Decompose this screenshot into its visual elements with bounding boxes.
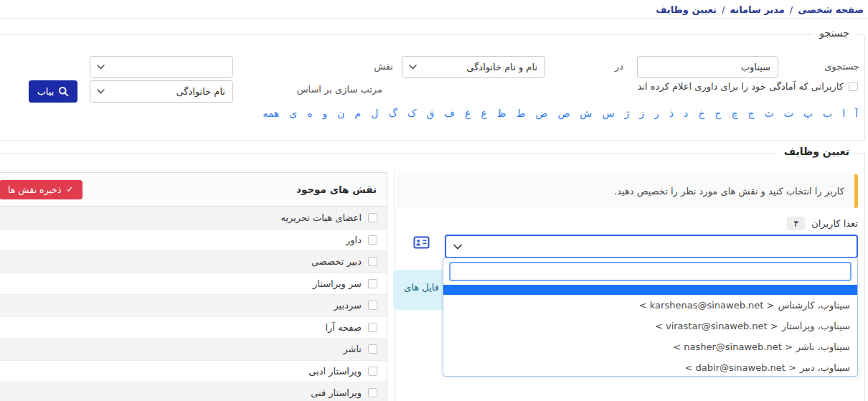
search-field-select[interactable]: نام و نام خانوادگی xyxy=(402,56,545,78)
alphabet-letter[interactable]: غ xyxy=(465,108,471,119)
dropdown-search-input[interactable] xyxy=(449,262,852,281)
alphabet-letter[interactable]: م xyxy=(355,108,362,119)
alphabet-letter[interactable]: ا xyxy=(842,108,845,119)
alphabet-letter[interactable]: ف xyxy=(444,108,455,119)
alphabet-letter[interactable]: ی xyxy=(289,108,297,119)
alphabet-letter[interactable]: آ xyxy=(855,108,858,119)
user-option[interactable]: سیناوب، ویراستار < virastar@sinaweb.net … xyxy=(443,316,857,336)
alphabet-letter[interactable]: خ xyxy=(698,108,704,119)
role-checkbox[interactable] xyxy=(368,301,377,310)
role-row[interactable]: ویراستار ادبی xyxy=(0,360,387,382)
assign-tasks-page: صفحه شخصی/ مدیر سامانه/ تعیین وظایف/ جست… xyxy=(0,0,868,401)
alphabet-letter[interactable]: ه xyxy=(307,108,312,119)
role-filter-label: نقش xyxy=(374,61,393,72)
alphabet-letter[interactable]: ن xyxy=(337,108,344,119)
alphabet-letter[interactable]: ت xyxy=(784,108,793,119)
role-checkbox[interactable] xyxy=(368,235,377,245)
role-label: ناشر xyxy=(343,344,362,354)
dropdown-selected-empty-option[interactable] xyxy=(443,285,857,295)
role-checkbox[interactable] xyxy=(368,323,377,332)
role-label: اعضای هیات تحریریه xyxy=(280,212,362,223)
user-option[interactable]: سیناوب، ناشر < nasher@sinaweb.net > xyxy=(443,336,857,357)
alphabet-filter: آابپتثجچحخدذرزژسشصضطظعغفقکگلمنوهیهمه xyxy=(263,108,858,119)
role-checkbox[interactable] xyxy=(368,257,377,266)
save-roles-button[interactable]: ✓ ذخیره نقش ها xyxy=(0,180,82,199)
reviewer-ready-checkbox[interactable] xyxy=(849,82,858,91)
role-checkbox[interactable] xyxy=(368,279,377,288)
user-option-email: < karshenas@sinaweb.net > xyxy=(639,300,775,311)
user-option[interactable]: سیناوب، کارشناس < karshenas@sinaweb.net … xyxy=(443,295,857,316)
alphabet-letter[interactable]: ذ xyxy=(669,108,674,119)
alphabet-letter[interactable]: ض xyxy=(535,108,547,119)
role-row[interactable]: اعضای هیات تحریریه xyxy=(0,207,387,229)
hint-alert-text: کاربر را انتخاب کنید و نقش های مورد نظر … xyxy=(614,186,844,197)
role-row[interactable]: سر ویراستار xyxy=(0,273,387,295)
alphabet-letter[interactable]: گ xyxy=(388,108,397,119)
breadcrumb-separator: / xyxy=(790,4,793,15)
alphabet-letter[interactable]: ژ xyxy=(625,108,630,119)
role-row[interactable]: دبیر تخصصی xyxy=(0,250,387,273)
alphabet-letter[interactable]: ل xyxy=(371,108,378,119)
role-checkbox[interactable] xyxy=(368,213,377,222)
alphabet-letter[interactable]: ج xyxy=(747,108,754,119)
user-option-name: سیناوب، ویراستار xyxy=(782,321,850,331)
alphabet-letter[interactable]: ع xyxy=(481,108,486,119)
user-option-email: < nasher@sinaweb.net > xyxy=(673,341,793,352)
alphabet-letter[interactable]: ث xyxy=(764,108,773,119)
breadcrumb-link[interactable]: مدیر سامانه xyxy=(730,4,784,15)
alphabet-letter[interactable]: ح xyxy=(714,108,721,119)
alphabet-letter[interactable]: همه xyxy=(263,108,279,119)
role-filter-select[interactable] xyxy=(90,56,233,78)
sort-by-select-value: نام خانوادگی xyxy=(111,86,232,97)
user-option-name: سیناوب، کارشناس xyxy=(778,300,850,311)
user-dropdown-panel: سیناوب، کارشناس < karshenas@sinaweb.net … xyxy=(443,258,858,377)
alphabet-letter[interactable]: ک xyxy=(407,108,417,119)
alphabet-letter[interactable]: چ xyxy=(731,108,737,119)
role-label: ویراستار ادبی xyxy=(308,366,362,377)
alphabet-letter[interactable]: ب xyxy=(823,108,832,119)
user-option[interactable]: سیناوب، دبیر < dabir@sinaweb.net > xyxy=(443,357,857,377)
user-options-list: سیناوب، کارشناس < karshenas@sinaweb.net … xyxy=(443,295,857,377)
role-row[interactable]: ناشر xyxy=(0,338,387,360)
role-row[interactable]: صفحه آرا xyxy=(0,316,387,339)
alphabet-letter[interactable]: و xyxy=(322,108,327,119)
chevron-down-icon xyxy=(402,65,423,70)
alphabet-letter[interactable]: ط xyxy=(516,108,526,119)
chevron-down-icon xyxy=(90,89,111,94)
role-label: صفحه آرا xyxy=(325,322,362,333)
alphabet-letter[interactable]: ز xyxy=(639,108,644,119)
in-label: در xyxy=(615,61,623,72)
role-row[interactable]: سردبیر xyxy=(0,294,387,316)
user-option-email: < dabir@sinaweb.net > xyxy=(685,362,796,373)
role-label: داور xyxy=(346,235,362,245)
alphabet-letter[interactable]: ص xyxy=(557,108,570,119)
users-count-row: تعدا کاربران ۴ xyxy=(787,217,858,230)
alphabet-letter[interactable]: پ xyxy=(803,108,813,119)
breadcrumb-link[interactable]: صفحه شخصی xyxy=(798,4,864,15)
user-option-name: سیناوب، دبیر xyxy=(800,362,850,373)
role-checkbox[interactable] xyxy=(368,344,377,354)
chevron-down-icon xyxy=(446,244,469,250)
role-label: سر ویراستار xyxy=(313,278,362,289)
hint-alert: کاربر را انتخاب کنید و نقش های مورد نظر … xyxy=(397,174,858,208)
user-option-name: سیناوب، ناشر xyxy=(796,341,850,352)
search-input[interactable] xyxy=(637,56,778,78)
alphabet-letter[interactable]: د xyxy=(684,108,688,119)
role-row[interactable]: داور xyxy=(0,229,387,251)
user-select-combobox[interactable] xyxy=(445,235,858,258)
alphabet-letter[interactable]: ق xyxy=(426,108,434,119)
sort-by-select[interactable]: نام خانوادگی xyxy=(90,80,233,103)
role-row[interactable]: ویراستار فنی xyxy=(0,382,387,401)
breadcrumb-item: تعیین وظایف/ xyxy=(656,4,717,15)
role-checkbox[interactable] xyxy=(368,388,377,397)
save-roles-button-label: ذخیره نقش ها xyxy=(8,184,62,195)
breadcrumb-link[interactable]: تعیین وظایف xyxy=(656,4,717,15)
users-count-badge: ۴ xyxy=(787,217,805,230)
alphabet-letter[interactable]: ظ xyxy=(497,108,506,119)
alphabet-letter[interactable]: ر xyxy=(654,108,659,119)
role-checkbox[interactable] xyxy=(368,367,377,376)
find-button[interactable]: بیاب xyxy=(29,80,77,103)
alphabet-letter[interactable]: س xyxy=(602,108,614,119)
breadcrumb-separator: / xyxy=(722,4,725,15)
alphabet-letter[interactable]: ش xyxy=(580,108,592,119)
